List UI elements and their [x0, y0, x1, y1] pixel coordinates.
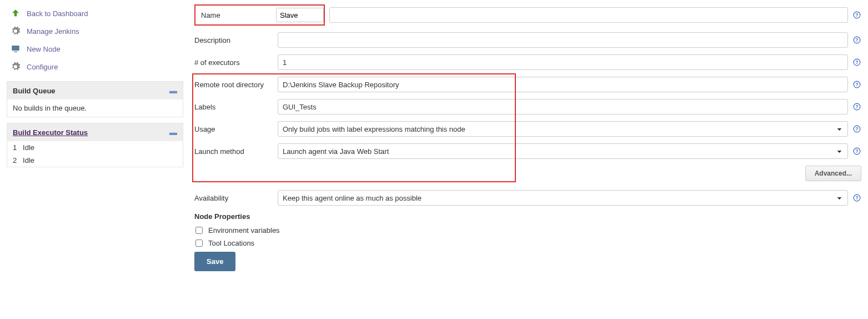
- help-icon[interactable]: ?: [852, 11, 861, 19]
- name-highlight-box: Name: [194, 4, 325, 26]
- build-executor-header: Build Executor Status ▬: [7, 123, 183, 141]
- gear-icon: [10, 61, 21, 72]
- collapse-icon[interactable]: ▬: [169, 86, 177, 95]
- labels-input[interactable]: [278, 99, 848, 114]
- sidebar-link-label: New Node: [27, 45, 61, 53]
- build-queue-title: Build Queue: [13, 87, 56, 95]
- description-input[interactable]: [278, 32, 848, 48]
- build-queue-header: Build Queue ▬: [7, 82, 183, 99]
- svg-text:?: ?: [856, 13, 859, 18]
- usage-select[interactable]: Only build jobs with label expressions m…: [278, 121, 848, 137]
- build-executor-panel: Build Executor Status ▬ 1 Idle 2 Idle: [7, 123, 183, 167]
- usage-label: Usage: [194, 125, 278, 133]
- svg-text:?: ?: [856, 127, 859, 132]
- launch-method-row: Launch method Launch agent via Java Web …: [194, 143, 861, 159]
- svg-text:?: ?: [856, 82, 859, 87]
- svg-text:?: ?: [856, 196, 859, 201]
- remote-root-label: Remote root directory: [194, 81, 278, 89]
- remote-root-row: Remote root directory ?: [194, 77, 861, 92]
- env-vars-label: Environment variables: [208, 226, 280, 235]
- launch-method-label: Launch method: [194, 147, 278, 156]
- build-executor-title-link[interactable]: Build Executor Status: [13, 128, 88, 137]
- sidebar-link-label: Configure: [27, 63, 58, 71]
- executor-num: 1: [13, 143, 17, 152]
- executor-num: 2: [13, 156, 17, 165]
- remote-root-input[interactable]: [278, 77, 848, 92]
- svg-text:?: ?: [856, 38, 859, 43]
- sidebar-link-label: Manage Jenkins: [27, 27, 79, 36]
- executors-label: # of executors: [194, 58, 278, 67]
- help-icon[interactable]: ?: [852, 36, 861, 44]
- usage-row: Usage Only build jobs with label express…: [194, 121, 861, 137]
- back-to-dashboard-link[interactable]: Back to Dashboard: [4, 4, 189, 22]
- name-input[interactable]: [276, 8, 324, 22]
- svg-text:?: ?: [856, 60, 859, 65]
- env-vars-checkbox[interactable]: [195, 227, 203, 234]
- executors-input[interactable]: [278, 54, 848, 70]
- availability-row: Availability Keep this agent online as m…: [194, 190, 861, 206]
- save-button[interactable]: Save: [194, 252, 235, 271]
- tool-locations-label: Tool Locations: [208, 239, 254, 247]
- build-queue-empty-text: No builds in the queue.: [13, 104, 87, 112]
- collapse-icon[interactable]: ▬: [169, 128, 177, 137]
- advanced-button[interactable]: Advanced...: [805, 166, 861, 181]
- help-icon[interactable]: ?: [852, 80, 861, 89]
- gear-icon: [10, 26, 21, 37]
- env-vars-row: Environment variables: [194, 226, 861, 235]
- help-icon[interactable]: ?: [852, 102, 861, 111]
- computer-icon: [10, 43, 21, 54]
- executor-state: Idle: [23, 143, 34, 152]
- tool-locations-row: Tool Locations: [194, 239, 861, 247]
- svg-rect-0: [12, 46, 19, 51]
- sidebar-link-label: Back to Dashboard: [27, 9, 88, 18]
- configure-link[interactable]: Configure: [4, 58, 189, 76]
- svg-text:?: ?: [856, 149, 859, 154]
- node-properties-title: Node Properties: [194, 212, 861, 221]
- help-icon[interactable]: ?: [852, 124, 861, 133]
- labels-row: Labels ?: [194, 99, 861, 114]
- name-input-extension[interactable]: [329, 7, 848, 23]
- name-label: Name: [195, 11, 276, 19]
- main-form: Name ? Description ? # of executors ?: [189, 0, 868, 288]
- manage-jenkins-link[interactable]: Manage Jenkins: [4, 22, 189, 40]
- availability-label: Availability: [194, 194, 278, 202]
- name-row: Name ?: [194, 4, 861, 26]
- executor-state: Idle: [23, 156, 34, 165]
- launch-method-select[interactable]: Launch agent via Java Web Start: [278, 143, 848, 159]
- build-queue-body: No builds in the queue.: [7, 99, 183, 117]
- executors-row: # of executors ?: [194, 54, 861, 70]
- tool-locations-checkbox[interactable]: [195, 240, 203, 247]
- advanced-row: Advanced...: [194, 166, 861, 181]
- labels-label: Labels: [194, 103, 278, 111]
- description-row: Description ?: [194, 32, 861, 48]
- description-label: Description: [194, 36, 278, 44]
- help-icon[interactable]: ?: [852, 193, 861, 202]
- sidebar: Back to Dashboard Manage Jenkins New Nod…: [0, 0, 189, 288]
- availability-select[interactable]: Keep this agent online as much as possib…: [278, 190, 848, 206]
- help-icon[interactable]: ?: [852, 58, 861, 67]
- executor-row: 1 Idle: [7, 141, 183, 154]
- help-icon[interactable]: ?: [852, 147, 861, 156]
- new-node-link[interactable]: New Node: [4, 40, 189, 58]
- build-queue-panel: Build Queue ▬ No builds in the queue.: [7, 81, 183, 117]
- up-arrow-icon: [10, 8, 21, 19]
- executor-row: 2 Idle: [7, 154, 183, 167]
- svg-text:?: ?: [856, 104, 859, 109]
- svg-rect-1: [14, 52, 17, 53]
